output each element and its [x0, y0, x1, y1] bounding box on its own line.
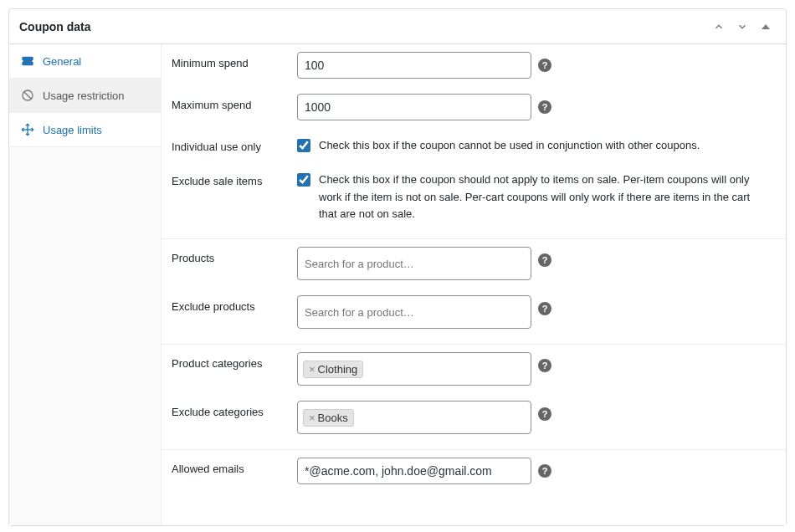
- coupon-data-metabox: Coupon data: [8, 8, 787, 526]
- toggle-panel-button[interactable]: [756, 17, 776, 37]
- remove-tag-icon[interactable]: ×: [309, 363, 315, 376]
- product-categories-label: Product categories: [172, 352, 297, 370]
- exclude-products-label: Exclude products: [172, 295, 297, 313]
- move-icon: [21, 123, 34, 136]
- tab-usage-limits-label: Usage limits: [43, 124, 102, 136]
- allowed-emails-input[interactable]: [297, 458, 531, 484]
- chevron-up-icon: [713, 21, 725, 33]
- usage-restriction-panel: Minimum spend ? Maximum spend ? Individu…: [162, 44, 786, 525]
- help-icon[interactable]: ?: [538, 407, 551, 421]
- svg-marker-0: [762, 24, 770, 29]
- products-select[interactable]: Search for a product…: [297, 247, 531, 280]
- maximum-spend-label: Maximum spend: [172, 94, 297, 111]
- help-icon[interactable]: ?: [538, 59, 551, 72]
- products-label: Products: [172, 247, 297, 264]
- exclude-sale-label: Exclude sale items: [172, 170, 297, 187]
- metabox-handle-actions: [709, 17, 776, 37]
- products-placeholder: Search for a product…: [303, 254, 416, 274]
- exclude-categories-label: Exclude categories: [172, 401, 297, 418]
- tab-usage-restriction-label: Usage restriction: [43, 90, 125, 102]
- exclude-products-placeholder: Search for a product…: [303, 303, 416, 322]
- tag-label: Clothing: [318, 363, 358, 376]
- tag-clothing: × Clothing: [303, 361, 363, 378]
- options-group-categories: Product categories × Clothing ? Exclude …: [162, 345, 786, 450]
- product-categories-select[interactable]: × Clothing: [297, 352, 531, 386]
- field-product-categories: Product categories × Clothing ?: [162, 345, 786, 393]
- minimum-spend-input[interactable]: [297, 52, 531, 79]
- tab-usage-restriction[interactable]: Usage restriction: [9, 79, 161, 113]
- panel-wrap: General Usage restriction Usage limits M…: [9, 44, 786, 525]
- individual-use-desc: Check this box if the coupon cannot be u…: [319, 137, 700, 155]
- maximum-spend-input[interactable]: [297, 94, 531, 120]
- field-exclude-categories: Exclude categories × Books ?: [162, 393, 786, 442]
- exclude-categories-select[interactable]: × Books: [297, 401, 531, 434]
- exclude-sale-desc: Check this box if the coupon should not …: [319, 171, 769, 223]
- tag-label: Books: [318, 412, 348, 424]
- allowed-emails-label: Allowed emails: [172, 458, 297, 475]
- svg-line-2: [24, 92, 32, 100]
- help-icon[interactable]: ?: [538, 464, 551, 478]
- tag-books: × Books: [303, 409, 354, 427]
- options-group-products: Products Search for a product… ? Exclude…: [162, 239, 786, 345]
- field-exclude-products: Exclude products Search for a product… ?: [162, 288, 786, 336]
- help-icon[interactable]: ?: [538, 302, 551, 315]
- field-exclude-sale: Exclude sale items Check this box if the…: [162, 162, 786, 231]
- tab-usage-limits[interactable]: Usage limits: [9, 113, 161, 147]
- triangle-up-icon: [761, 22, 771, 32]
- field-products: Products Search for a product… ?: [162, 239, 786, 288]
- help-icon[interactable]: ?: [538, 359, 551, 372]
- remove-tag-icon[interactable]: ×: [309, 412, 315, 424]
- move-up-button[interactable]: [709, 17, 729, 37]
- field-individual-use: Individual use only Check this box if th…: [162, 128, 786, 162]
- options-group-general: Minimum spend ? Maximum spend ? Individu…: [162, 44, 786, 239]
- tab-general[interactable]: General: [9, 44, 161, 79]
- options-group-emails: Allowed emails ?: [162, 450, 786, 499]
- vertical-tabs: General Usage restriction Usage limits: [9, 44, 162, 525]
- field-minimum-spend: Minimum spend ?: [162, 44, 786, 86]
- move-down-button[interactable]: [732, 17, 752, 37]
- help-icon[interactable]: ?: [538, 253, 551, 267]
- ticket-icon: [21, 54, 34, 68]
- field-allowed-emails: Allowed emails ?: [162, 450, 786, 492]
- individual-use-checkbox[interactable]: [297, 139, 310, 152]
- metabox-header: Coupon data: [9, 9, 786, 44]
- exclude-products-select[interactable]: Search for a product…: [297, 295, 531, 329]
- field-maximum-spend: Maximum spend ?: [162, 86, 786, 128]
- help-icon[interactable]: ?: [538, 100, 551, 114]
- tab-general-label: General: [43, 55, 81, 68]
- ban-icon: [21, 89, 34, 102]
- exclude-sale-checkbox[interactable]: [297, 173, 310, 187]
- metabox-title: Coupon data: [19, 20, 91, 33]
- minimum-spend-label: Minimum spend: [172, 52, 297, 69]
- chevron-down-icon: [736, 21, 748, 33]
- individual-use-label: Individual use only: [172, 136, 297, 153]
